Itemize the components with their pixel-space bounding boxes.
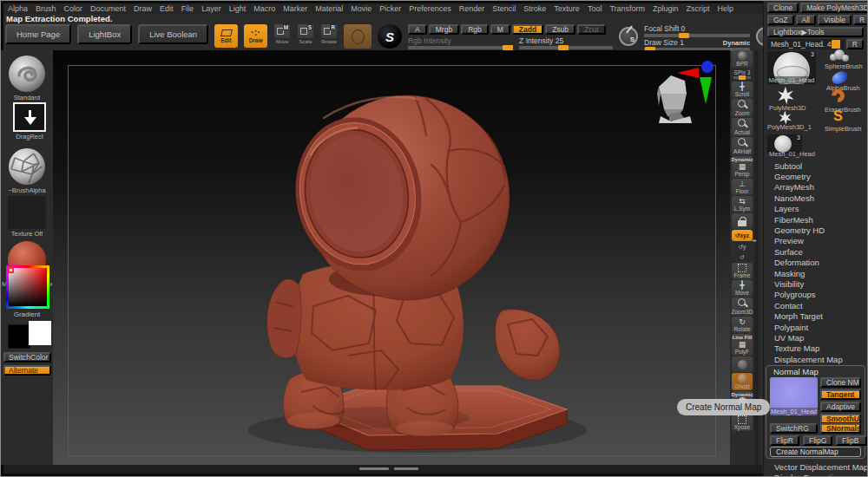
tool-section-row[interactable]: FiberMesh <box>764 214 865 225</box>
mode-m-button[interactable]: M <box>490 24 510 35</box>
aahalf-button[interactable]: AAHalf <box>732 137 753 155</box>
tool-section-row[interactable]: ArrayMesh <box>764 182 865 193</box>
persp-button[interactable]: Dynamic ▦ Persp <box>732 156 753 178</box>
local-symmetry-button[interactable]: ⇆ L.Sym <box>732 196 753 212</box>
active-tool-thumbnail[interactable]: 3 Mesh_01_Head <box>767 51 816 84</box>
spix-slider[interactable]: SPix 3 <box>732 69 753 81</box>
tool-section-row[interactable]: Contact <box>764 300 865 310</box>
make-polymesh3d-button[interactable]: Make PolyMesh3D <box>800 3 868 13</box>
menu-item[interactable]: Material <box>315 4 343 13</box>
home-page-button[interactable]: Home Page <box>5 24 71 44</box>
dynamic-toggle[interactable]: Dynamic <box>723 39 750 47</box>
mode-mrgb-button[interactable]: Mrgb <box>429 24 459 35</box>
focal-shift-slider[interactable] <box>644 34 750 37</box>
alternate-button[interactable]: Alternate <box>3 365 51 376</box>
zcut-button[interactable]: Zcut <box>577 24 606 35</box>
flipb-button[interactable]: FlipB <box>836 435 867 446</box>
mode-a-button[interactable]: A <box>408 24 427 35</box>
gizmo-y-axis-icon[interactable] <box>700 77 712 104</box>
gizmo-z-axis-icon[interactable] <box>701 61 713 73</box>
lightbox-button[interactable]: LightBox <box>77 24 132 44</box>
current-alpha-button[interactable]: ~BrushAlpha <box>8 147 46 194</box>
lightbox-tools-button[interactable]: Lightbox▶Tools <box>767 27 864 37</box>
clone-nm-button[interactable]: Clone NM <box>820 377 861 388</box>
menu-item[interactable]: Zscript <box>687 4 710 13</box>
zsub-button[interactable]: Zsub <box>545 24 575 35</box>
transp-lock-button[interactable] <box>732 213 753 229</box>
tool-slider[interactable]: Mesh_01_Head. 49 <box>767 39 845 49</box>
sculpt-viewport[interactable] <box>53 50 730 467</box>
divider-arrows-icon[interactable]: ◂▸ <box>752 238 757 243</box>
tool-section-row[interactable]: Preview <box>764 236 865 246</box>
switch-color-button[interactable]: SwitchColor <box>3 352 51 363</box>
menu-item[interactable]: Brush <box>36 4 56 13</box>
tool-section-row[interactable]: Displacement Map <box>764 354 865 364</box>
menu-item[interactable]: Light <box>229 4 247 13</box>
menu-item[interactable]: Edit <box>160 4 174 13</box>
all-button[interactable]: All <box>796 15 816 25</box>
flipg-button[interactable]: FlipG <box>803 435 832 446</box>
tool-section-row[interactable]: Geometry <box>764 171 865 181</box>
menu-item[interactable]: Tool <box>588 4 602 13</box>
r-button-2[interactable]: R <box>846 39 864 49</box>
create-normalmap-button[interactable]: Create NormalMap <box>770 447 861 457</box>
ghost-button[interactable]: Ghost <box>732 373 753 390</box>
tool-section-row[interactable]: Deformation <box>764 258 865 268</box>
tool-section-row[interactable]: UV Map <box>764 332 865 343</box>
tool-section-row[interactable]: Polypaint <box>764 322 865 332</box>
tool-section-row[interactable]: Visibility <box>764 278 865 289</box>
tool-section-row[interactable]: Texture Map <box>764 343 865 354</box>
stroke-preview-button[interactable] <box>344 24 372 49</box>
menu-item[interactable]: Zplugin <box>653 4 679 13</box>
floor-button[interactable]: ⊥ Floor <box>732 179 753 195</box>
focal-shift-knob[interactable]: S <box>619 27 638 46</box>
z-intensity-slider[interactable]: Z Intensity 25 <box>519 36 613 49</box>
bpr-button[interactable]: BPR <box>732 50 753 68</box>
rotate-free-button[interactable]: ↺ <box>732 252 753 262</box>
main-color-swatch[interactable] <box>8 324 30 349</box>
move-3d-button[interactable]: ╋ Move <box>732 280 753 297</box>
polyframe-button[interactable]: Line Fill ▦ PolyF <box>732 334 753 356</box>
menu-item[interactable]: Render <box>459 4 485 13</box>
menu-item[interactable]: Alpha <box>8 4 28 13</box>
zadd-button[interactable]: Zadd <box>512 24 543 35</box>
tool-section-row[interactable]: NanoMesh <box>764 193 865 203</box>
menu-item[interactable]: Color <box>64 4 83 13</box>
rotate-y-button[interactable]: ↺y <box>732 242 753 252</box>
rotate-3d-button[interactable]: ↻ Rotate <box>732 317 753 333</box>
eraser-brush-item[interactable] <box>832 89 845 102</box>
zoom-button[interactable]: Zoom <box>732 99 753 117</box>
menu-item[interactable]: Help <box>718 4 734 13</box>
sphere-brush-item[interactable] <box>830 49 849 62</box>
menu-item[interactable]: Macro <box>253 4 275 13</box>
actual-button[interactable]: Actual <box>732 118 753 136</box>
zoom3d-button[interactable]: Zoom3D <box>732 297 753 316</box>
alpha-preview-button[interactable]: S <box>378 24 402 49</box>
current-brush-button[interactable]: Standard <box>8 55 46 101</box>
menu-item[interactable]: Stroke <box>523 4 546 13</box>
hscroll-segment[interactable] <box>394 467 418 470</box>
transp-button[interactable] <box>732 356 753 372</box>
slider-handle[interactable] <box>832 40 840 49</box>
rotate-button[interactable]: R Rotate <box>320 24 338 44</box>
frame-button[interactable]: Frame <box>732 263 753 279</box>
secondary-color-swatch[interactable] <box>29 321 51 345</box>
menu-item[interactable]: File <box>181 4 194 13</box>
adaptive-button[interactable]: Adaptive <box>820 402 861 412</box>
rgb-intensity-slider[interactable]: Rgb Intensity <box>408 36 510 49</box>
current-stroke-button[interactable]: DragRect <box>10 102 49 140</box>
menu-item[interactable]: Picker <box>379 4 401 13</box>
mode-rgb-button[interactable]: Rgb <box>461 24 489 35</box>
menu-item[interactable]: Stencil <box>492 4 516 13</box>
flipr-button[interactable]: FlipR <box>770 435 799 446</box>
gizmo-x-axis-icon[interactable] <box>677 68 699 78</box>
simple-brush-item[interactable]: S <box>833 108 843 124</box>
alpha-brush-item[interactable] <box>832 72 848 83</box>
r-export-button[interactable]: R <box>853 15 868 25</box>
tool-section-row[interactable]: Geometry HD <box>764 225 865 235</box>
tool-section-row[interactable]: Morph Target <box>764 310 865 321</box>
display-properties-section[interactable]: Display Properties <box>774 473 841 477</box>
tool-section-row[interactable]: Masking <box>764 268 865 278</box>
move-button[interactable]: M Move <box>273 24 291 44</box>
live-boolean-button[interactable]: Live Boolean <box>138 24 208 44</box>
